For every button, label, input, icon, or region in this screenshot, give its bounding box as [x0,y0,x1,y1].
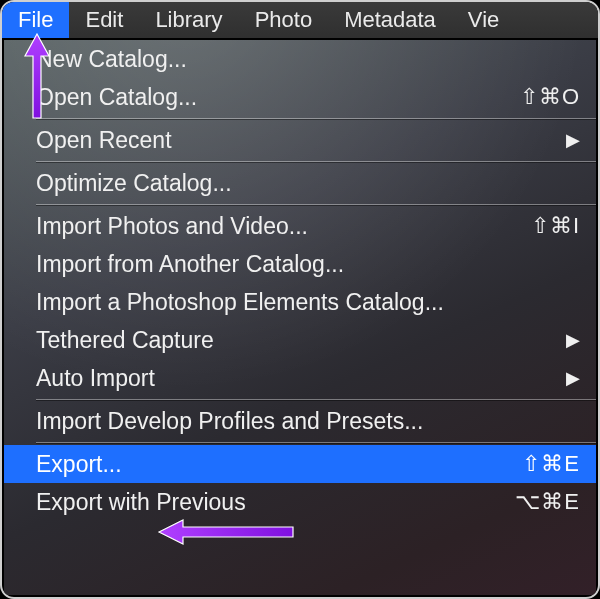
separator [36,399,596,400]
menu-library[interactable]: Library [139,2,238,38]
menu-view[interactable]: Vie [452,2,499,38]
menuitem-shortcut: ⇧⌘O [520,84,580,110]
menuitem-label: Tethered Capture [36,327,214,354]
menuitem-import-pse-catalog[interactable]: Import a Photoshop Elements Catalog... [4,283,596,321]
menuitem-shortcut: ⇧⌘E [522,451,580,477]
submenu-arrow-icon: ▶ [566,329,580,351]
separator [36,442,596,443]
menuitem-label: Open Recent [36,127,172,154]
menuitem-label: Export... [36,451,122,478]
app-window: File Edit Library Photo Metadata Vie New… [0,0,600,599]
menuitem-tethered-capture[interactable]: Tethered Capture ▶ [4,321,596,359]
separator [36,204,596,205]
menuitem-import-from-catalog[interactable]: Import from Another Catalog... [4,245,596,283]
menu-edit-label: Edit [85,7,123,33]
menuitem-auto-import[interactable]: Auto Import ▶ [4,359,596,397]
menu-metadata-label: Metadata [344,7,436,33]
menuitem-label: Export with Previous [36,489,246,516]
menuitem-label: Open Catalog... [36,84,197,111]
menuitem-label: Import Develop Profiles and Presets... [36,408,423,435]
menuitem-label: Import a Photoshop Elements Catalog... [36,289,444,316]
menuitem-optimize-catalog[interactable]: Optimize Catalog... [4,164,596,202]
menu-edit[interactable]: Edit [69,2,139,38]
menu-file[interactable]: File [2,2,69,38]
menuitem-shortcut: ⇧⌘I [531,213,580,239]
menuitem-label: Import from Another Catalog... [36,251,344,278]
menuitem-export[interactable]: Export... ⇧⌘E [4,445,596,483]
submenu-arrow-icon: ▶ [566,367,580,389]
menu-file-label: File [18,7,53,33]
menuitem-import-photos[interactable]: Import Photos and Video... ⇧⌘I [4,207,596,245]
menu-photo-label: Photo [255,7,313,33]
menuitem-label: New Catalog... [36,46,187,73]
menuitem-open-catalog[interactable]: Open Catalog... ⇧⌘O [4,78,596,116]
menuitem-shortcut: ⌥⌘E [515,489,580,515]
menuitem-new-catalog[interactable]: New Catalog... [4,40,596,78]
menuitem-label: Optimize Catalog... [36,170,232,197]
menuitem-label: Auto Import [36,365,155,392]
menuitem-label: Import Photos and Video... [36,213,308,240]
menu-metadata[interactable]: Metadata [328,2,452,38]
menu-library-label: Library [155,7,222,33]
menuitem-export-with-previous[interactable]: Export with Previous ⌥⌘E [4,483,596,521]
menubar: File Edit Library Photo Metadata Vie [2,2,598,39]
menu-photo[interactable]: Photo [239,2,329,38]
separator [36,161,596,162]
submenu-arrow-icon: ▶ [566,129,580,151]
menuitem-import-dev-profiles[interactable]: Import Develop Profiles and Presets... [4,402,596,440]
menu-view-label: Vie [468,7,499,33]
file-dropdown: New Catalog... Open Catalog... ⇧⌘O Open … [4,40,596,595]
separator [36,118,596,119]
menuitem-open-recent[interactable]: Open Recent ▶ [4,121,596,159]
